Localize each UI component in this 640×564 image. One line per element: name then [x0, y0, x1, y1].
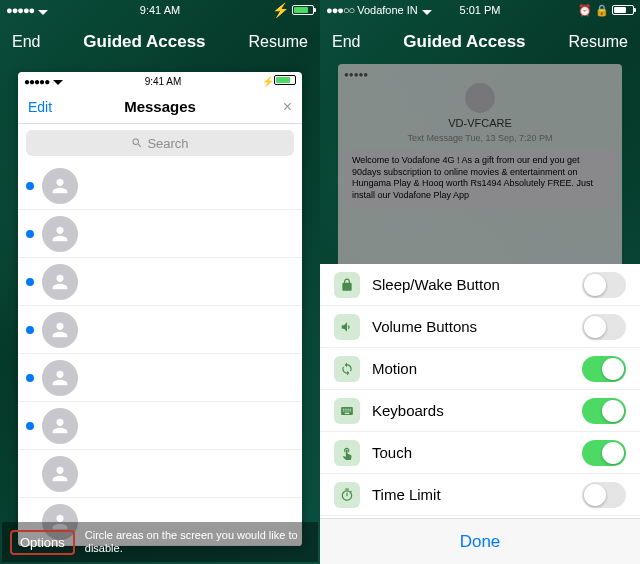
avatar-icon	[42, 264, 78, 300]
carrier-name: Vodafone IN	[357, 4, 418, 16]
unread-dot	[26, 230, 34, 238]
message-bubble: Welcome to Vodafone 4G ! As a gift from …	[344, 149, 616, 208]
dimmed-app-preview: ●●●●● VD-VFCARE Text Message Tue, 13 Sep…	[338, 64, 622, 274]
status-time: 9:41 AM	[140, 4, 180, 16]
volume-icon	[334, 314, 360, 340]
avatar-icon	[42, 360, 78, 396]
status-time: 5:01 PM	[460, 4, 501, 16]
options-panel: Sleep/Wake ButtonVolume ButtonsMotionKey…	[320, 264, 640, 564]
search-placeholder: Search	[147, 136, 188, 151]
charging-icon: ⚡	[262, 76, 274, 87]
unread-dot	[26, 278, 34, 286]
guided-access-bar: End Guided Access Resume	[0, 20, 320, 64]
option-row: Touch	[320, 432, 640, 474]
bottom-bar: Options Circle areas on the screen you w…	[2, 522, 318, 562]
unread-dot	[26, 374, 34, 382]
resume-button[interactable]: Resume	[568, 33, 628, 51]
battery-icon	[274, 75, 296, 85]
option-row: Motion	[320, 348, 640, 390]
toggle-switch[interactable]	[582, 272, 626, 298]
guided-access-title: Guided Access	[83, 32, 205, 52]
close-icon[interactable]: ×	[283, 98, 292, 116]
message-row[interactable]	[18, 210, 302, 258]
contact-avatar	[465, 83, 495, 113]
end-button[interactable]: End	[12, 33, 40, 51]
option-label: Motion	[372, 360, 570, 377]
toggle-switch[interactable]	[582, 356, 626, 382]
keyboard-icon	[334, 398, 360, 424]
avatar-icon	[42, 312, 78, 348]
motion-icon	[334, 356, 360, 382]
option-row: Time Limit	[320, 474, 640, 516]
unread-dot	[26, 422, 34, 430]
charging-icon: ⚡	[272, 2, 289, 18]
toggle-switch[interactable]	[582, 314, 626, 340]
option-label: Keyboards	[372, 402, 570, 419]
touch-icon	[334, 440, 360, 466]
signal-dots: ●●●○○	[326, 4, 354, 16]
toggle-switch[interactable]	[582, 440, 626, 466]
status-bar: ●●●○○ Vodafone IN 5:01 PM ⏰ 🔒	[320, 0, 640, 20]
unread-dot	[26, 182, 34, 190]
wifi-icon	[37, 5, 49, 15]
timer-icon	[334, 482, 360, 508]
message-row[interactable]	[18, 450, 302, 498]
wifi-icon	[52, 75, 64, 85]
message-row[interactable]	[18, 402, 302, 450]
lock-icon	[334, 272, 360, 298]
message-row[interactable]	[18, 258, 302, 306]
rotation-lock-icon: 🔒	[595, 4, 609, 17]
battery-icon	[292, 5, 314, 15]
guided-access-bar: End Guided Access Resume	[320, 20, 640, 64]
end-button[interactable]: End	[332, 33, 360, 51]
resume-button[interactable]: Resume	[248, 33, 308, 51]
edit-button[interactable]: Edit	[28, 99, 52, 115]
options-list: Sleep/Wake ButtonVolume ButtonsMotionKey…	[320, 264, 640, 518]
battery-icon	[612, 5, 634, 15]
messages-header: Edit Messages ×	[18, 90, 302, 124]
inner-status-bar: ●●●●● 9:41 AM ⚡	[18, 72, 302, 90]
phone-left: ●●●●● 9:41 AM ⚡ End Guided Access Resume…	[0, 0, 320, 564]
done-button[interactable]: Done	[320, 518, 640, 564]
toggle-switch[interactable]	[582, 398, 626, 424]
signal-dots: ●●●●●	[6, 4, 34, 16]
avatar-icon	[42, 216, 78, 252]
message-row[interactable]	[18, 354, 302, 402]
inner-app-preview: ●●●●● 9:41 AM ⚡ Edit Messages × Search	[18, 72, 302, 546]
message-meta: Text Message Tue, 13 Sep, 7:20 PM	[344, 133, 616, 143]
toggle-switch[interactable]	[582, 482, 626, 508]
hint-text: Circle areas on the screen you would lik…	[85, 529, 310, 555]
option-row: Sleep/Wake Button	[320, 264, 640, 306]
option-label: Touch	[372, 444, 570, 461]
messages-title: Messages	[124, 98, 196, 115]
option-label: Volume Buttons	[372, 318, 570, 335]
message-row[interactable]	[18, 306, 302, 354]
phone-right: ●●●○○ Vodafone IN 5:01 PM ⏰ 🔒 End Guided…	[320, 0, 640, 564]
alarm-icon: ⏰	[578, 4, 592, 17]
message-row[interactable]	[18, 162, 302, 210]
option-row: Keyboards	[320, 390, 640, 432]
avatar-icon	[42, 168, 78, 204]
unread-dot	[26, 326, 34, 334]
option-row: Volume Buttons	[320, 306, 640, 348]
contact-name: VD-VFCARE	[344, 117, 616, 129]
avatar-icon	[42, 408, 78, 444]
status-bar: ●●●●● 9:41 AM ⚡	[0, 0, 320, 20]
wifi-icon	[421, 5, 433, 15]
avatar-icon	[42, 456, 78, 492]
messages-list	[18, 162, 302, 546]
option-label: Time Limit	[372, 486, 570, 503]
search-input[interactable]: Search	[26, 130, 294, 156]
inner-time: 9:41 AM	[145, 76, 182, 87]
options-button[interactable]: Options	[10, 530, 75, 555]
search-icon	[131, 137, 143, 149]
option-label: Sleep/Wake Button	[372, 276, 570, 293]
guided-access-title: Guided Access	[403, 32, 525, 52]
